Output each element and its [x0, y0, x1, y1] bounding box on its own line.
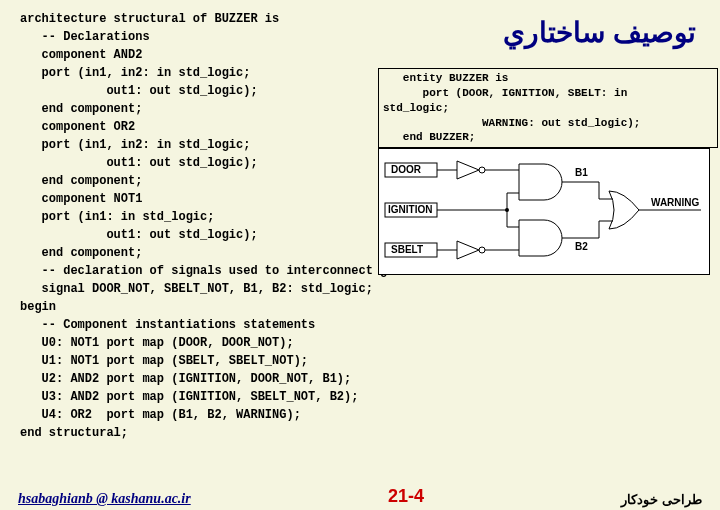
entity-line: entity BUZZER is	[383, 71, 713, 86]
svg-point-3	[479, 167, 485, 173]
label-sbelt: SBELT	[391, 244, 423, 255]
code-line: U4: OR2 port map (B1, B2, WARNING);	[20, 406, 700, 424]
entity-line: end BUZZER;	[383, 130, 713, 145]
footer: hsabaghianb @ kashanu.ac.ir 21-4 طراحی خ…	[0, 486, 720, 507]
code-line: U2: AND2 port map (IGNITION, DOOR_NOT, B…	[20, 370, 700, 388]
label-ignition: IGNITION	[388, 204, 432, 215]
code-line: U0: NOT1 port map (DOOR, DOOR_NOT);	[20, 334, 700, 352]
title-arabic: توصيف ساختاري	[503, 16, 696, 49]
footer-arabic: طراحی خودکار	[621, 492, 702, 507]
footer-email: hsabaghianb @ kashanu.ac.ir	[18, 491, 191, 507]
circuit-diagram: DOOR IGNITION SBELT B1 B2 WARNING	[378, 148, 710, 275]
entity-line: port (DOOR, IGNITION, SBELT: in	[383, 86, 713, 101]
slide-number: 21-4	[388, 486, 424, 507]
entity-code-box: entity BUZZER is port (DOOR, IGNITION, S…	[378, 68, 718, 148]
entity-line: std_logic;	[383, 101, 713, 116]
code-line: -- Component instantiations statements	[20, 316, 700, 334]
code-line: begin	[20, 298, 700, 316]
code-line: U3: AND2 port map (IGNITION, SBELT_NOT, …	[20, 388, 700, 406]
code-line: end structural;	[20, 424, 700, 442]
entity-line: WARNING: out std_logic);	[383, 116, 713, 131]
svg-point-4	[479, 247, 485, 253]
label-b1: B1	[575, 167, 588, 178]
label-warning: WARNING	[651, 197, 699, 208]
label-b2: B2	[575, 241, 588, 252]
svg-point-12	[505, 208, 509, 212]
code-line: signal DOOR_NOT, SBELT_NOT, B1, B2: std_…	[20, 280, 700, 298]
code-line: U1: NOT1 port map (SBELT, SBELT_NOT);	[20, 352, 700, 370]
label-door: DOOR	[391, 164, 421, 175]
